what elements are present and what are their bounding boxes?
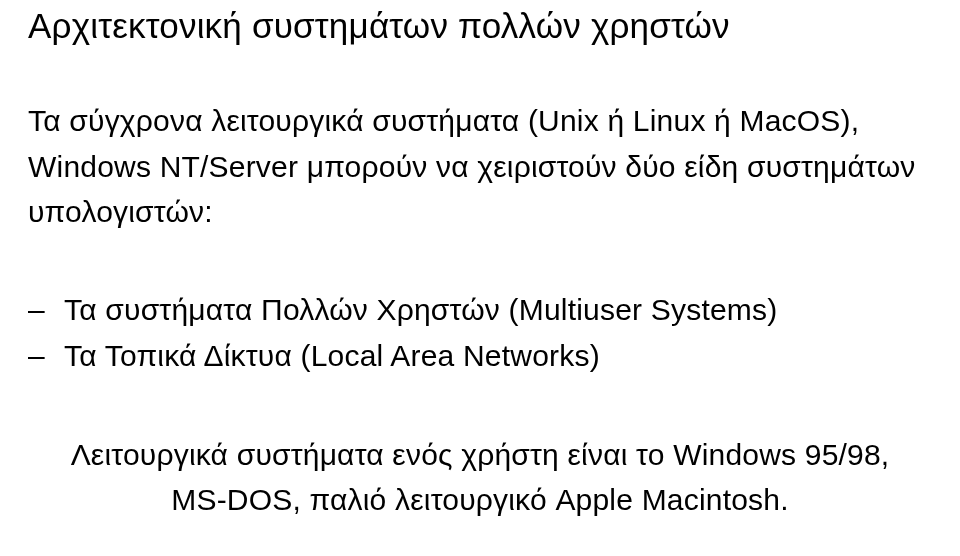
list-item: Τα Τοπικά Δίκτυα (Local Area Networks)	[28, 333, 932, 380]
list-item: Τα συστήματα Πολλών Χρηστών (Multiuser S…	[28, 287, 932, 334]
footer-paragraph: Λειτουργικά συστήματα ενός χρήστη είναι …	[28, 432, 932, 523]
system-types-list: Τα συστήματα Πολλών Χρηστών (Multiuser S…	[28, 287, 932, 380]
page-title: Αρχιτεκτονική συστημάτων πολλών χρηστών	[28, 6, 932, 46]
intro-paragraph: Τα σύγχρονα λειτουργικά συστήματα (Unix …	[28, 98, 932, 235]
